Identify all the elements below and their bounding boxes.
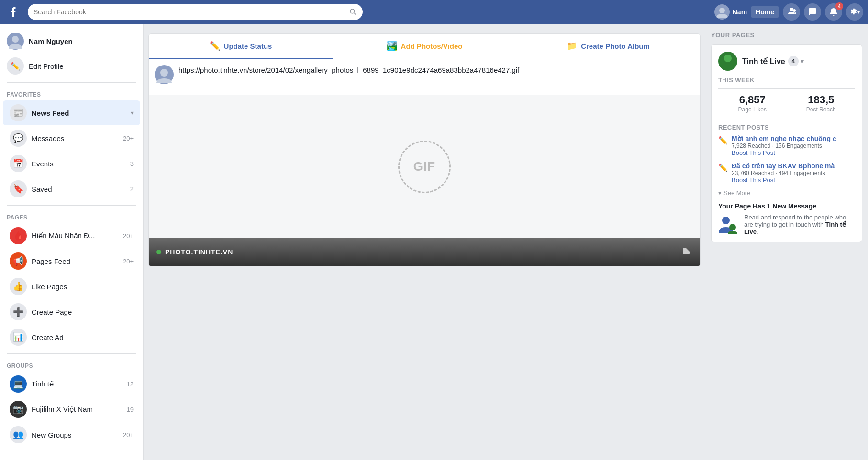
pages-card: Tinh tế Live 4 ▾ This Week 6,857 Page Li… <box>711 44 862 242</box>
home-button[interactable]: Home <box>751 6 779 18</box>
composer-text-area[interactable]: https://photo.tinhte.vn/store/2014/02/xe… <box>178 65 694 89</box>
notice-icon <box>718 214 739 235</box>
sidebar-item-events[interactable]: 📅 Events 3 <box>3 151 140 176</box>
svg-point-2 <box>719 8 725 13</box>
fujifilm-icon: 📷 <box>10 401 27 418</box>
sidebar-user[interactable]: Nam Nguyen <box>0 29 143 54</box>
tab-add-photos[interactable]: 🏞️ Add Photos/Video <box>333 34 516 59</box>
page-info: Tinh tế Live 4 ▾ <box>742 56 804 66</box>
chevron-down-icon: ▾ <box>718 189 722 197</box>
edit-profile-label: Edit Profile <box>29 62 64 70</box>
notifications-button[interactable]: 4 <box>825 3 842 21</box>
sidebar-item-fujifilm[interactable]: 📷 Fujifilm X Việt Nam 19 <box>3 397 140 422</box>
sidebar-item-create-ad[interactable]: 📊 Create Ad <box>3 325 140 350</box>
url-text[interactable]: https://photo.tinhte.vn/store/2014/02/xe… <box>178 65 694 89</box>
like-pages-label: Like Pages <box>32 283 134 291</box>
search-box[interactable] <box>28 4 363 20</box>
post-reach-label: Post Reach <box>790 106 853 113</box>
search-input[interactable] <box>33 8 349 16</box>
post-info-1: Mời anh em nghe nhạc chuông c 7,928 Reac… <box>732 135 836 156</box>
this-week-title: This Week <box>718 77 855 84</box>
post-meta-1: 7,928 Reached · 156 Engagements <box>732 142 836 149</box>
composer-avatar <box>155 65 174 84</box>
link-share-icon[interactable] <box>681 245 692 259</box>
notice-title: Your Page Has 1 New Message <box>718 202 855 210</box>
news-feed-chevron: ▾ <box>131 110 134 116</box>
hien-mau-count: 20+ <box>123 232 134 240</box>
fujifilm-count: 19 <box>127 406 134 413</box>
sidebar-item-news-feed[interactable]: 📰 News Feed ▾ <box>3 100 140 125</box>
search-icon <box>349 8 357 16</box>
site-name: PHOTO.TINHTE.VN <box>165 248 233 256</box>
create-ad-icon: 📊 <box>10 329 27 346</box>
tab-update-status[interactable]: ✏️ Update Status <box>149 34 333 59</box>
create-ad-label: Create Ad <box>32 333 134 341</box>
settings-button[interactable]: ▾ <box>846 3 863 21</box>
create-page-icon: ➕ <box>10 303 27 320</box>
tinh-te-label: Tinh tế <box>32 380 122 388</box>
svg-point-0 <box>350 9 355 13</box>
post-reach-number: 183,5 <box>790 94 853 106</box>
facebook-logo <box>5 2 24 22</box>
messages-icon: 💬 <box>10 130 27 147</box>
sidebar-item-create-page[interactable]: ➕ Create Page <box>3 299 140 324</box>
message-notice: Your Page Has 1 New Message Read and res… <box>718 202 855 235</box>
create-album-label: Create Photo Album <box>581 42 650 50</box>
see-more-row[interactable]: ▾ See More <box>718 189 855 197</box>
update-status-icon: ✏️ <box>210 41 220 51</box>
sidebar-user-name: Nam Nguyen <box>29 37 73 45</box>
left-sidebar: Nam Nguyen ✏️ Edit Profile FAVORITES 📰 N… <box>0 24 144 460</box>
post-edit-icon-2: ✏️ <box>718 163 728 172</box>
boost-link-2[interactable]: Boost This Post <box>732 176 835 184</box>
messages-label: Messages <box>32 134 118 142</box>
notice-page-name: Tinh tế Live <box>744 221 846 235</box>
page-title-text: Tinh tế Live <box>742 57 785 66</box>
post-title-2[interactable]: Đã có trên tay BKAV Bphone mà <box>732 162 835 170</box>
boost-link-1[interactable]: Boost This Post <box>732 149 836 156</box>
friend-requests-button[interactable] <box>783 3 800 21</box>
sidebar-item-pages-feed[interactable]: 📢 Pages Feed 20+ <box>3 249 140 274</box>
page-header: Tinh tế Live 4 ▾ <box>718 52 855 71</box>
page-chevron[interactable]: ▾ <box>801 57 804 65</box>
site-info: PHOTO.TINHTE.VN <box>156 248 233 256</box>
pages-section-title: PAGES <box>0 209 143 223</box>
post-edit-icon-1: ✏️ <box>718 136 728 145</box>
link-preview-footer: PHOTO.TINHTE.VN <box>149 238 700 266</box>
edit-profile-item[interactable]: ✏️ Edit Profile <box>0 54 143 78</box>
new-groups-label: New Groups <box>32 431 118 439</box>
fujifilm-label: Fujifilm X Việt Nam <box>32 405 122 414</box>
gif-preview-container: GIF <box>149 95 700 238</box>
recent-posts-title: Recent Posts <box>718 124 855 131</box>
sidebar-item-saved[interactable]: 🔖 Saved 2 <box>3 176 140 201</box>
gif-badge: GIF <box>398 141 451 193</box>
tab-create-album[interactable]: 📁 Create Photo Album <box>516 34 700 59</box>
site-dot <box>156 250 161 254</box>
like-pages-icon: 👍 <box>10 278 27 295</box>
gif-label: GIF <box>413 159 435 174</box>
favorites-section-title: FAVORITES <box>0 87 143 100</box>
composer-tabs: ✏️ Update Status 🏞️ Add Photos/Video 📁 C… <box>149 34 700 59</box>
post-title-1[interactable]: Mời anh em nghe nhạc chuông c <box>732 135 836 142</box>
composer-body: https://photo.tinhte.vn/store/2014/02/xe… <box>149 59 700 95</box>
sidebar-item-hien-mau[interactable]: 🩸 Hiến Máu Nhân Đ... 20+ <box>3 223 140 248</box>
sidebar-item-like-pages[interactable]: 👍 Like Pages <box>3 274 140 299</box>
user-area[interactable]: Nam <box>714 4 747 20</box>
groups-section-title: GROUPS <box>0 358 143 371</box>
sidebar-item-messages[interactable]: 💬 Messages 20+ <box>3 126 140 151</box>
svg-point-4 <box>160 69 168 77</box>
sidebar-item-tinh-te[interactable]: 💻 Tinh tế 12 <box>3 372 140 396</box>
stats-row: 6,857 Page Likes 183,5 Post Reach <box>718 88 855 118</box>
sidebar-item-new-groups[interactable]: 👥 New Groups 20+ <box>3 422 140 447</box>
page-badge: 4 <box>788 56 799 66</box>
svg-point-7 <box>729 224 736 230</box>
news-feed-icon: 📰 <box>10 104 27 121</box>
post-info-2: Đã có trên tay BKAV Bphone mà 23,760 Rea… <box>732 162 835 184</box>
events-count: 3 <box>130 160 134 167</box>
messages-count: 20+ <box>123 135 134 142</box>
page-likes-number: 6,857 <box>721 94 784 106</box>
messages-button[interactable] <box>804 3 821 21</box>
svg-point-3 <box>12 36 19 43</box>
sidebar-user-avatar <box>7 33 24 50</box>
add-photos-icon: 🏞️ <box>387 41 397 51</box>
svg-line-1 <box>354 13 356 15</box>
